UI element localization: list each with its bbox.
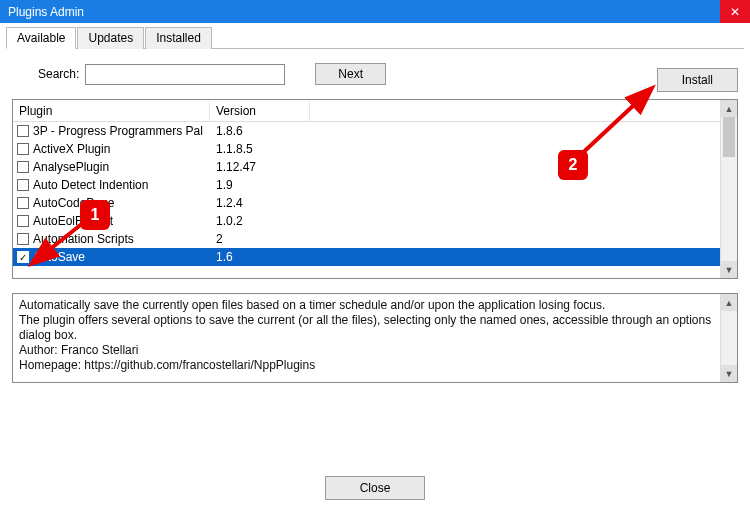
scroll-track[interactable] bbox=[721, 311, 737, 365]
column-plugin[interactable]: Plugin bbox=[13, 101, 210, 121]
table-row[interactable]: ActiveX Plugin1.1.8.5 bbox=[13, 140, 720, 158]
close-button[interactable]: Close bbox=[325, 476, 426, 500]
search-label: Search: bbox=[38, 67, 79, 81]
scroll-thumb[interactable] bbox=[723, 117, 735, 157]
plugin-name: ActiveX Plugin bbox=[33, 142, 110, 156]
next-button[interactable]: Next bbox=[315, 63, 386, 85]
table-row[interactable]: 3P - Progress Programmers Pal1.8.6 bbox=[13, 122, 720, 140]
plugin-cell: Automation Scripts bbox=[13, 232, 210, 246]
plugin-name: AutoEolFormat bbox=[33, 214, 113, 228]
plugin-version: 1.1.8.5 bbox=[210, 142, 310, 156]
table-row[interactable]: AutoCodePage1.2.4 bbox=[13, 194, 720, 212]
close-row: Close bbox=[0, 476, 750, 500]
search-row: Search: Next bbox=[6, 63, 744, 85]
plugin-version: 1.2.4 bbox=[210, 196, 310, 210]
desc-homepage: Homepage: https://github.com/francostell… bbox=[19, 358, 714, 373]
column-version[interactable]: Version bbox=[210, 101, 310, 121]
table-scrollbar[interactable]: ▲ ▼ bbox=[720, 100, 737, 278]
desc-author: Author: Franco Stellari bbox=[19, 343, 714, 358]
plugin-cell: 3P - Progress Programmers Pal bbox=[13, 124, 210, 138]
plugin-name: AutoCodePage bbox=[33, 196, 114, 210]
table-row[interactable]: AutoEolFormat1.0.2 bbox=[13, 212, 720, 230]
plugin-version: 2 bbox=[210, 232, 310, 246]
window-title: Plugins Admin bbox=[8, 5, 84, 19]
plugin-version: 1.8.6 bbox=[210, 124, 310, 138]
plugin-name: 3P - Progress Programmers Pal bbox=[33, 124, 203, 138]
tab-installed[interactable]: Installed bbox=[145, 27, 212, 49]
install-button[interactable]: Install bbox=[657, 68, 738, 92]
plugin-version: 1.6 bbox=[210, 250, 310, 264]
table-body: 3P - Progress Programmers Pal1.8.6Active… bbox=[13, 122, 720, 266]
tab-available[interactable]: Available bbox=[6, 27, 76, 49]
content-area: Search: Next Install Plugin Version 3P -… bbox=[0, 49, 750, 389]
plugin-name: Automation Scripts bbox=[33, 232, 134, 246]
close-icon: ✕ bbox=[730, 5, 740, 19]
plugin-table: Plugin Version 3P - Progress Programmers… bbox=[12, 99, 738, 279]
table-area: Plugin Version 3P - Progress Programmers… bbox=[13, 100, 720, 278]
desc-scrollbar[interactable]: ▲ ▼ bbox=[720, 294, 737, 382]
plugin-cell: AnalysePlugin bbox=[13, 160, 210, 174]
plugin-name: AnalysePlugin bbox=[33, 160, 109, 174]
plugin-name: Auto Detect Indention bbox=[33, 178, 148, 192]
plugin-checkbox[interactable] bbox=[17, 143, 29, 155]
plugin-cell: AutoEolFormat bbox=[13, 214, 210, 228]
plugin-cell: ActiveX Plugin bbox=[13, 142, 210, 156]
scroll-up-icon[interactable]: ▲ bbox=[721, 100, 737, 117]
titlebar: Plugins Admin ✕ bbox=[0, 0, 750, 23]
plugin-cell: ✓AutoSave bbox=[13, 250, 210, 264]
plugin-checkbox[interactable]: ✓ bbox=[17, 251, 29, 263]
scroll-up-icon[interactable]: ▲ bbox=[721, 294, 737, 311]
table-row[interactable]: Auto Detect Indention1.9 bbox=[13, 176, 720, 194]
table-row[interactable]: Automation Scripts2 bbox=[13, 230, 720, 248]
plugin-checkbox[interactable] bbox=[17, 197, 29, 209]
desc-line2: The plugin offers several options to sav… bbox=[19, 313, 714, 343]
tab-updates[interactable]: Updates bbox=[77, 27, 144, 49]
plugin-cell: Auto Detect Indention bbox=[13, 178, 210, 192]
plugin-version: 1.0.2 bbox=[210, 214, 310, 228]
plugin-cell: AutoCodePage bbox=[13, 196, 210, 210]
table-header: Plugin Version bbox=[13, 100, 720, 122]
plugin-version: 1.12.47 bbox=[210, 160, 310, 174]
plugin-version: 1.9 bbox=[210, 178, 310, 192]
tabs: Available Updates Installed bbox=[6, 26, 744, 49]
table-row[interactable]: ✓AutoSave1.6 bbox=[13, 248, 720, 266]
scroll-down-icon[interactable]: ▼ bbox=[721, 365, 737, 382]
plugin-name: AutoSave bbox=[33, 250, 85, 264]
scroll-track[interactable] bbox=[721, 117, 737, 261]
desc-line1: Automatically save the currently open fi… bbox=[19, 298, 714, 313]
plugin-checkbox[interactable] bbox=[17, 161, 29, 173]
window-close-button[interactable]: ✕ bbox=[720, 0, 750, 23]
description-text: Automatically save the currently open fi… bbox=[13, 294, 720, 382]
description-panel: Automatically save the currently open fi… bbox=[12, 293, 738, 383]
plugin-checkbox[interactable] bbox=[17, 215, 29, 227]
plugin-checkbox[interactable] bbox=[17, 233, 29, 245]
plugin-checkbox[interactable] bbox=[17, 179, 29, 191]
table-row[interactable]: AnalysePlugin1.12.47 bbox=[13, 158, 720, 176]
search-input[interactable] bbox=[85, 64, 285, 85]
plugin-checkbox[interactable] bbox=[17, 125, 29, 137]
scroll-down-icon[interactable]: ▼ bbox=[721, 261, 737, 278]
